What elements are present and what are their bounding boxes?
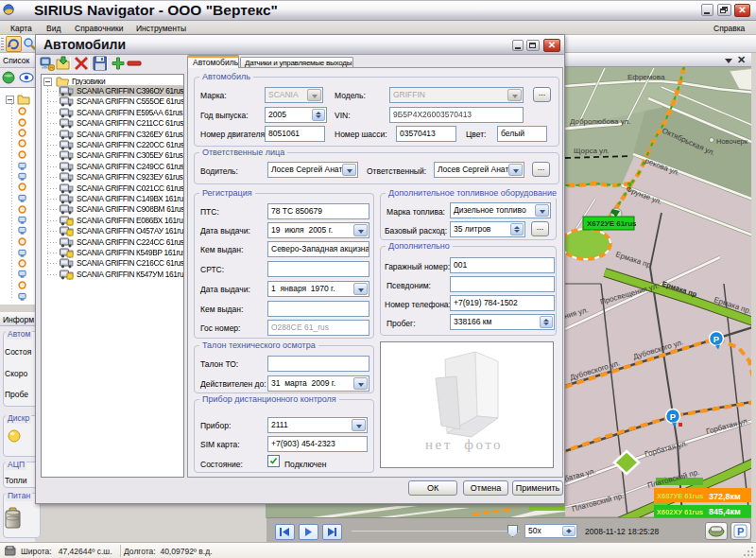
svg-text:Х687УЕ 61rus: Х687УЕ 61rus	[657, 492, 703, 500]
svg-text:P: P	[737, 526, 744, 537]
svg-text:Новочерк: Новочерк	[716, 137, 748, 146]
svg-text:372,8км: 372,8км	[709, 492, 741, 501]
svg-text:Х602ХУ 61rus: Х602ХУ 61rus	[657, 508, 703, 516]
svg-text:P: P	[713, 334, 720, 344]
svg-text:Х672УЕ 61rus: Х672УЕ 61rus	[587, 219, 637, 228]
svg-text:Ефремова: Ефремова	[627, 73, 665, 81]
svg-text:P: P	[670, 411, 677, 422]
svg-text:Добролюбова ул.: Добролюбова ул.	[570, 117, 631, 126]
svg-text:Щорса ул.: Щорса ул.	[574, 147, 610, 155]
svg-text:845,4км: 845,4км	[709, 507, 741, 516]
